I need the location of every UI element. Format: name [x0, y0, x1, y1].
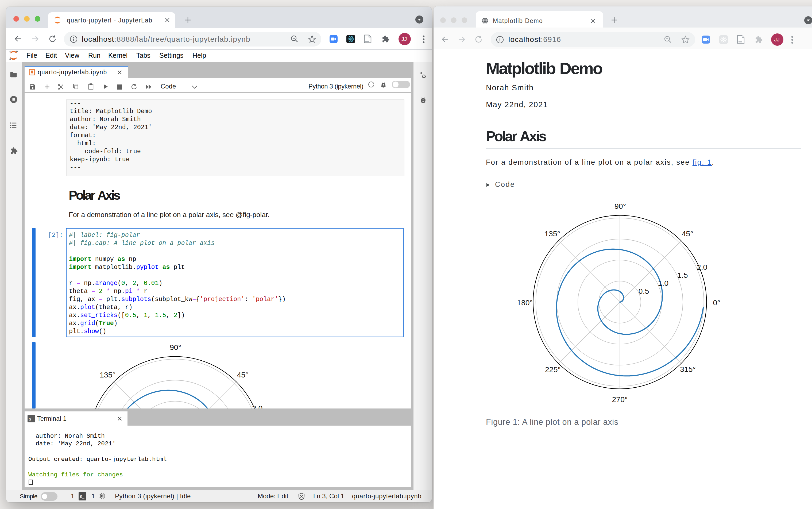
svg-text:225°: 225° — [545, 365, 561, 373]
svg-text:135°: 135° — [544, 229, 560, 238]
svg-text:90°: 90° — [614, 202, 626, 210]
svg-text:2.0: 2.0 — [697, 263, 707, 271]
svg-text:135°: 135° — [100, 371, 115, 379]
svg-text:1.5: 1.5 — [677, 271, 688, 279]
svg-text:180°: 180° — [518, 298, 533, 307]
svg-text:315°: 315° — [680, 365, 696, 373]
svg-text:0°: 0° — [713, 298, 720, 307]
svg-text:2.0: 2.0 — [252, 404, 262, 408]
svg-text:0.5: 0.5 — [639, 286, 649, 295]
svg-text:45°: 45° — [237, 371, 248, 379]
svg-text:1.0: 1.0 — [658, 278, 668, 287]
svg-text:270°: 270° — [612, 395, 628, 404]
svg-text:45°: 45° — [681, 229, 693, 238]
svg-text:90°: 90° — [170, 343, 181, 351]
